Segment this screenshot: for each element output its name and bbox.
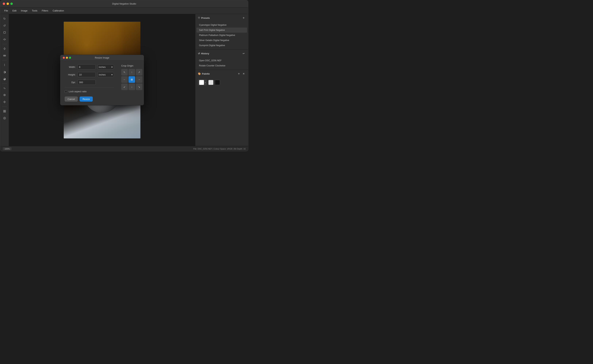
palette-content: ▾: [195, 78, 248, 87]
main-layout: ↻ ↺: [0, 14, 248, 146]
menu-tools[interactable]: Tools: [30, 9, 39, 13]
crop-top-center[interactable]: ↑: [128, 69, 135, 76]
grid-tool[interactable]: [1, 108, 8, 114]
svg-rect-16: [5, 110, 6, 111]
height-label: Height:: [65, 73, 76, 76]
maximize-button[interactable]: [10, 3, 13, 5]
crop-top-left[interactable]: ↖: [121, 69, 128, 76]
history-undo-button[interactable]: ↩: [241, 52, 246, 55]
height-unit-chevron: ▾: [111, 73, 113, 76]
presets-section: ♡ Presets ＋ Cyanotype Digital Negative S…: [195, 14, 248, 50]
menu-filters[interactable]: Filters: [40, 9, 50, 13]
menu-image[interactable]: Image: [19, 9, 29, 13]
dialog-overlay: Resize Image Width:: [9, 14, 195, 146]
history-title: History: [201, 52, 209, 55]
flip-h-tool[interactable]: [1, 36, 8, 43]
resize-button[interactable]: Resize: [80, 97, 93, 102]
crop-origin-section: Crop Origin ↖ ↑ ↗ ← ⊞ → ↙ ↓: [121, 64, 142, 102]
lock-aspect-checkbox[interactable]: [65, 90, 67, 93]
dialog-form-layout: Width: inches ▾ Height:: [65, 64, 140, 102]
dialog-buttons: Cancel Resize: [65, 97, 114, 102]
toolbar-separator-2: [2, 60, 7, 60]
history-icon: ↺: [198, 52, 200, 55]
adjust-tool[interactable]: [1, 99, 8, 105]
presets-title: Presets: [201, 17, 210, 19]
history-item-open[interactable]: Open DSC_0256.NEF: [196, 58, 247, 63]
burn-tool[interactable]: ◑: [1, 69, 8, 75]
minimize-button[interactable]: [7, 3, 9, 5]
palette-swatch-black[interactable]: [215, 80, 220, 85]
dpi-input[interactable]: [77, 80, 96, 85]
dialog-minimize-button[interactable]: [66, 57, 68, 59]
flip-v-tool[interactable]: [1, 46, 8, 52]
crop-bottom-left[interactable]: ↙: [121, 84, 128, 90]
width-label: Width:: [65, 66, 76, 68]
presets-header-left: ♡ Presets: [198, 17, 210, 19]
palette-add-button[interactable]: ＋: [237, 72, 241, 76]
preset-item-silver[interactable]: Silver Gelatin Digital Negative: [196, 38, 247, 43]
dialog-title: Resize Image: [95, 56, 109, 59]
history-header-left: ↺ History: [198, 52, 209, 55]
traffic-lights: [3, 3, 13, 5]
width-row: Width: inches ▾: [65, 64, 114, 70]
straighten-tool[interactable]: [1, 52, 8, 59]
width-unit-chevron: ▾: [111, 66, 113, 68]
palette-header-left: 🎨 Palette: [198, 72, 210, 75]
palette-swatch-chevron: ▾: [205, 82, 206, 84]
svg-rect-17: [3, 111, 4, 112]
height-unit-value: inches: [99, 73, 110, 76]
cancel-button[interactable]: Cancel: [65, 97, 78, 102]
crop-bottom-center[interactable]: ↓: [128, 84, 135, 90]
crop-middle-center[interactable]: ⊞: [128, 76, 135, 83]
rotate-cw-tool[interactable]: ↻: [1, 15, 8, 22]
menu-file[interactable]: File: [2, 9, 10, 13]
presets-add-button[interactable]: ＋: [241, 16, 246, 20]
width-unit-select[interactable]: inches ▾: [98, 64, 114, 70]
preset-item-platinum[interactable]: Platinum Palladium Digital Negative: [196, 33, 247, 38]
crop-middle-left[interactable]: ←: [121, 76, 128, 83]
crop-bottom-right[interactable]: ↘: [136, 84, 142, 90]
add-tool[interactable]: [1, 115, 8, 121]
crop-origin-title: Crop Origin: [121, 64, 142, 67]
right-panel: ♡ Presets ＋ Cyanotype Digital Negative S…: [195, 14, 248, 146]
menu-calibration[interactable]: Calibration: [51, 9, 66, 13]
dialog-titlebar: Resize Image: [60, 55, 144, 61]
preset-item-gumprint[interactable]: Gumprint Digital Negative: [196, 43, 247, 48]
palette-swatch-white-wrapper[interactable]: ▾: [198, 79, 207, 85]
palette-swatch-lightgray[interactable]: [208, 80, 213, 85]
rotate-ccw-tool[interactable]: ↺: [1, 22, 8, 29]
history-header: ↺ History ↩: [195, 50, 248, 57]
width-input[interactable]: [77, 64, 96, 70]
curve-tool[interactable]: ∿: [1, 85, 8, 91]
preset-list: Cyanotype Digital Negative Salt Print Di…: [195, 22, 248, 49]
palette-icon: 🎨: [198, 72, 201, 75]
canvas-area: Resize Image Width:: [9, 14, 195, 146]
heart-icon: ♡: [198, 17, 200, 19]
heal-tool[interactable]: [1, 92, 8, 98]
height-input[interactable]: [77, 72, 96, 77]
lasso-tool[interactable]: ⌇: [1, 62, 8, 68]
menu-edit[interactable]: Edit: [11, 9, 18, 13]
height-unit-select[interactable]: inches ▾: [98, 72, 114, 77]
crop-middle-right[interactable]: →: [136, 76, 142, 83]
history-item-rotate[interactable]: Rotate Counter Clockwise: [196, 63, 247, 68]
dialog-close-button[interactable]: [63, 57, 65, 59]
zoom-indicator: 100%: [3, 147, 12, 150]
lock-aspect-label: Lock aspect ratio: [69, 90, 87, 93]
palette-close-button[interactable]: ✕: [241, 72, 246, 76]
dialog-maximize-button[interactable]: [69, 57, 71, 59]
toolbar-separator-4: [2, 106, 7, 107]
crop-top-right[interactable]: ↗: [136, 69, 142, 76]
main-window: Digital Negative Studio File Edit Image …: [0, 0, 248, 151]
close-button[interactable]: [3, 3, 5, 5]
preset-item-salt[interactable]: Salt Print Digital Negative: [196, 27, 247, 33]
dialog-traffic-lights: [63, 57, 71, 59]
dodge-tool[interactable]: ◕: [1, 76, 8, 82]
toolbar-separator-3: [2, 83, 7, 84]
dpi-label: Dpi:: [65, 81, 76, 84]
dialog-left: Width: inches ▾ Height:: [65, 64, 114, 102]
crop-tool[interactable]: [1, 29, 8, 36]
preset-item-cyanotype[interactable]: Cyanotype Digital Negative: [196, 22, 247, 27]
palette-swatch-white: [199, 80, 204, 85]
resize-dialog: Resize Image Width:: [60, 55, 144, 105]
